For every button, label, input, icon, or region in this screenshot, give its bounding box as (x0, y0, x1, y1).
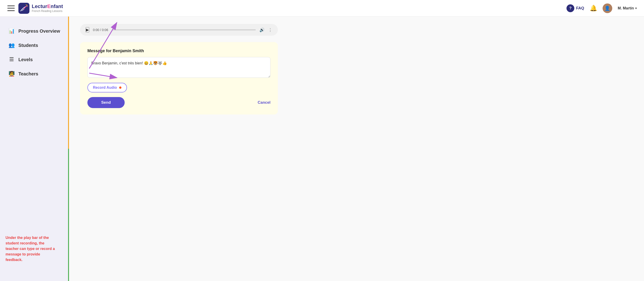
logo-text: LecturEnfant French Reading Lessons (32, 4, 63, 12)
message-bottom-actions: Send Cancel (88, 97, 270, 108)
annotation-text: Under the play bar of the student record… (6, 235, 56, 262)
audio-progress-bar[interactable] (112, 30, 256, 30)
main-content: ▶ 0:00 / 0:06 🔊 ⋮ Message for Benjamin S… (69, 16, 644, 281)
record-audio-button[interactable]: Record Audio (88, 83, 127, 92)
logo-subtitle: French Reading Lessons (32, 10, 63, 13)
audio-play-button[interactable]: ▶ (86, 27, 89, 32)
send-button[interactable]: Send (88, 97, 125, 108)
logo-name: LecturEnfant (32, 4, 63, 9)
sidebar-item-teachers[interactable]: 🧑‍🏫 Teachers (0, 67, 69, 81)
svg-point-1 (26, 4, 27, 6)
sidebar: 📊 Progress Overview 👥 Students ☰ Levels … (0, 16, 69, 281)
faq-label: FAQ (576, 6, 584, 10)
header-left: LecturEnfant French Reading Lessons (7, 3, 566, 14)
user-display-name: M. Martin (618, 6, 634, 10)
audio-volume-icon[interactable]: 🔊 (260, 27, 264, 32)
user-name-button[interactable]: M. Martin ▾ (618, 6, 637, 10)
main-layout: 📊 Progress Overview 👥 Students ☰ Levels … (0, 16, 644, 281)
sidebar-item-progress-overview[interactable]: 📊 Progress Overview (0, 24, 69, 38)
faq-icon: ? (566, 4, 574, 12)
audio-more-options-icon[interactable]: ⋮ (268, 27, 272, 32)
header-right: ? FAQ 🔔 👤 M. Martin ▾ (566, 4, 637, 13)
sidebar-border (68, 16, 69, 281)
annotation-area: Under the play bar of the student record… (6, 235, 56, 262)
levels-icon: ☰ (8, 56, 15, 62)
progress-overview-icon: 📊 (8, 28, 15, 34)
students-icon: 👥 (8, 42, 15, 48)
teachers-icon: 🧑‍🏫 (8, 71, 15, 77)
svg-point-2 (27, 6, 28, 6)
record-dot-icon (119, 86, 122, 89)
user-menu-chevron-icon: ▾ (635, 7, 637, 10)
faq-button[interactable]: ? FAQ (566, 4, 584, 12)
message-box-title: Message for Benjamin Smith (88, 48, 270, 53)
svg-point-3 (26, 4, 26, 5)
hamburger-menu-button[interactable] (7, 6, 15, 11)
user-avatar: 👤 (602, 4, 612, 13)
sidebar-item-students[interactable]: 👥 Students (0, 38, 69, 52)
sidebar-item-label-students: Students (18, 43, 38, 48)
logo: LecturEnfant French Reading Lessons (18, 3, 63, 14)
message-feedback-box: Message for Benjamin Smith Bravo Benjami… (80, 42, 278, 114)
notification-bell-icon[interactable]: 🔔 (590, 4, 597, 12)
audio-player: ▶ 0:00 / 0:06 🔊 ⋮ (80, 24, 278, 36)
sidebar-item-label-levels: Levels (18, 57, 33, 62)
cancel-button[interactable]: Cancel (258, 100, 270, 105)
record-audio-label: Record Audio (93, 86, 117, 90)
app-header: LecturEnfant French Reading Lessons ? FA… (0, 0, 644, 16)
svg-rect-0 (18, 3, 30, 14)
audio-time-display: 0:00 / 0:06 (93, 28, 108, 32)
sidebar-item-label-progress: Progress Overview (18, 28, 60, 34)
sidebar-item-label-teachers: Teachers (18, 71, 38, 76)
message-textarea[interactable]: Bravo Benjamin, c'est très bien! 😀🙏🐯🐺👍 (88, 57, 270, 78)
logo-icon (18, 3, 30, 14)
sidebar-item-levels[interactable]: ☰ Levels (0, 52, 69, 67)
